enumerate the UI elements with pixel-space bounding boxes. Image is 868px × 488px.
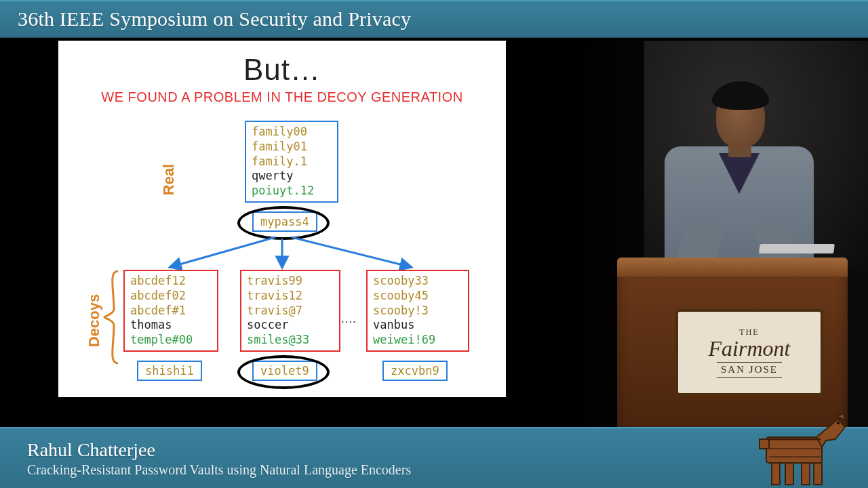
camera-feed: THE Fairmont SAN JOSE xyxy=(572,41,868,427)
password-entry: temple#00 xyxy=(130,333,212,348)
svg-marker-4 xyxy=(816,419,845,447)
header-title: 36th IEEE Symposium on Security and Priv… xyxy=(18,7,411,30)
label-real: Real xyxy=(160,164,178,195)
trojan-horse-icon xyxy=(746,400,848,488)
password-entry: travis99 xyxy=(247,274,334,289)
speaker-name: Rahul Chatterjee xyxy=(27,439,868,462)
decoy-password-box-1: abcdef12abcdef02abcdef#1thomastemple#00 xyxy=(123,270,218,352)
password-entry: weiwei!69 xyxy=(373,333,462,348)
brace-icon xyxy=(102,270,122,365)
password-entry: abcdef02 xyxy=(130,289,212,304)
password-entry: vanbus xyxy=(373,318,462,333)
svg-rect-6 xyxy=(772,463,780,485)
header-bar: 36th IEEE Symposium on Security and Priv… xyxy=(0,0,868,38)
laptop xyxy=(759,244,835,253)
password-entry: poiuyt.12 xyxy=(252,184,332,199)
video-frame: 36th IEEE Symposium on Security and Priv… xyxy=(0,0,868,488)
svg-rect-7 xyxy=(785,463,793,485)
decoy-master-2: violet9 xyxy=(252,361,317,381)
svg-rect-10 xyxy=(760,439,769,449)
venue-sign: THE Fairmont SAN JOSE xyxy=(675,309,823,396)
password-entry: travis@7 xyxy=(247,304,334,319)
svg-rect-3 xyxy=(766,437,822,463)
svg-line-0 xyxy=(170,237,275,267)
svg-rect-8 xyxy=(802,463,810,485)
password-entry: scooby!3 xyxy=(373,304,462,319)
decoy-password-box-3: scooby33scooby45scooby!3vanbusweiwei!69 xyxy=(366,270,469,352)
real-password-box: family00family01family.1qwertypoiuyt.12 xyxy=(245,121,338,203)
label-decoys: Decoys xyxy=(85,294,103,347)
password-entry: abcdef#1 xyxy=(130,304,212,319)
password-entry: scooby33 xyxy=(373,274,462,289)
password-entry: family01 xyxy=(252,140,332,155)
real-master-password: mypass4 xyxy=(252,211,317,232)
decoy-master-1: shishi1 xyxy=(137,361,202,381)
slide: But… WE FOUND A PROBLEM IN THE DECOY GEN… xyxy=(58,41,506,397)
stage: But… WE FOUND A PROBLEM IN THE DECOY GEN… xyxy=(0,41,868,427)
svg-rect-9 xyxy=(814,463,822,485)
svg-point-14 xyxy=(837,422,840,424)
password-entry: abcdef12 xyxy=(130,274,212,289)
password-entry: family.1 xyxy=(252,155,332,169)
password-entry: travis12 xyxy=(247,289,334,304)
venue-name: Fairmont xyxy=(709,338,791,359)
slide-subtitle: WE FOUND A PROBLEM IN THE DECOY GENERATI… xyxy=(58,89,506,105)
ellipsis: …. xyxy=(340,312,356,326)
talk-title: Cracking-Resistant Password Vaults using… xyxy=(27,462,868,478)
footer-bar: Rahul Chatterjee Cracking-Resistant Pass… xyxy=(0,427,868,488)
password-entry: soccer xyxy=(247,318,334,333)
password-entry: family00 xyxy=(252,125,332,140)
password-entry: scooby45 xyxy=(373,289,462,304)
slide-title: But… xyxy=(58,53,506,87)
password-entry: thomas xyxy=(130,318,212,333)
decoy-password-box-2: travis99travis12travis@7soccersmiles@33 xyxy=(240,270,340,352)
password-entry: smiles@33 xyxy=(247,333,334,348)
svg-line-2 xyxy=(292,237,411,267)
password-entry: qwerty xyxy=(252,169,332,184)
venue-city: SAN JOSE xyxy=(717,362,782,378)
decoy-master-3: zxcvbn9 xyxy=(382,361,448,381)
